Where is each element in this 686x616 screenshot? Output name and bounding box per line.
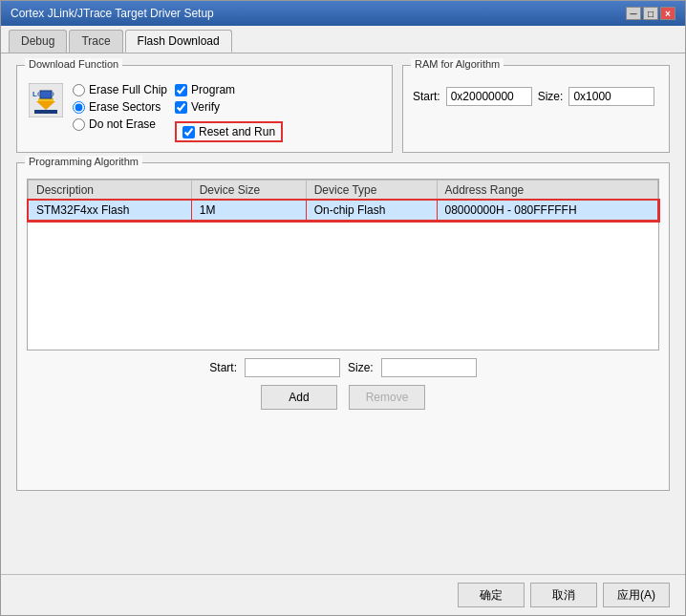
svg-rect-5 — [40, 91, 52, 98]
ram-row: Start: Size: — [413, 87, 659, 106]
col-address-range: Address Range — [437, 181, 657, 201]
download-function-legend: Download Function — [25, 58, 122, 70]
col-device-type: Device Type — [306, 181, 437, 201]
ram-size-input[interactable] — [568, 87, 654, 106]
main-window: Cortex JLink/JTrace Target Driver Setup … — [0, 0, 686, 616]
title-bar-buttons: ─ □ × — [626, 7, 675, 20]
close-button[interactable]: × — [660, 7, 675, 20]
size-label: Size: — [348, 361, 374, 374]
checkbox-reset-run[interactable]: Reset and Run — [182, 125, 275, 138]
ram-algorithm-panel: RAM for Algorithm Start: Size: — [402, 65, 670, 153]
prog-table-container: Description Device Size Device Type Addr… — [27, 179, 659, 350]
checkbox-program-label: Program — [191, 83, 235, 96]
checkbox-verify[interactable]: Verify — [175, 100, 283, 114]
df-inner: LOAD — [27, 81, 382, 142]
table-header-row: Description Device Size Device Type Addr… — [29, 181, 658, 201]
radio-do-not-erase-label: Do not Erase — [89, 117, 156, 131]
remove-button[interactable]: Remove — [349, 385, 425, 410]
cell-description: STM32F4xx Flash — [29, 201, 192, 221]
checkbox-program-input[interactable] — [175, 84, 187, 96]
cell-device-type: On-chip Flash — [306, 201, 437, 221]
radio-erase-full-chip[interactable]: Erase Full Chip — [73, 83, 167, 96]
cell-device-size: 1M — [191, 201, 306, 221]
title-bar: Cortex JLink/JTrace Target Driver Setup … — [1, 1, 685, 26]
radio-do-not-erase-input[interactable] — [73, 118, 85, 131]
tab-bar: Debug Trace Flash Download — [1, 26, 685, 53]
maximize-button[interactable]: □ — [643, 7, 658, 20]
apply-button[interactable]: 应用(A) — [603, 583, 670, 607]
col-description: Description — [29, 181, 192, 201]
download-function-panel: Download Function LOAD — [16, 65, 393, 153]
ok-button[interactable]: 确定 — [458, 583, 525, 607]
ram-start-input[interactable] — [446, 87, 532, 106]
window-title: Cortex JLink/JTrace Target Driver Setup — [11, 7, 214, 20]
program-verify-group: Program Verify Reset and Run — [175, 83, 283, 142]
checkbox-reset-run-label: Reset and Run — [199, 125, 275, 138]
tab-flash-download[interactable]: Flash Download — [125, 30, 232, 53]
footer: 确定 取消 应用(A) — [1, 574, 685, 615]
tab-trace[interactable]: Trace — [69, 30, 122, 53]
svg-rect-4 — [34, 110, 57, 114]
ram-size-label: Size: — [538, 90, 564, 103]
minimize-button[interactable]: ─ — [626, 7, 641, 20]
programming-algorithm-legend: Programming Algorithm — [25, 156, 142, 167]
size-input[interactable] — [381, 358, 477, 377]
cell-address-range: 08000000H - 080FFFFFH — [437, 201, 657, 221]
table-row[interactable]: STM32F4xx Flash 1M On-chip Flash 0800000… — [29, 201, 658, 221]
start-label: Start: — [209, 361, 237, 374]
add-button[interactable]: Add — [261, 385, 337, 410]
checkbox-reset-run-input[interactable] — [182, 126, 195, 138]
prog-table: Description Device Size Device Type Addr… — [28, 180, 658, 221]
spacer — [16, 500, 670, 563]
ram-algorithm-legend: RAM for Algorithm — [411, 58, 504, 70]
cancel-button[interactable]: 取消 — [530, 583, 597, 607]
radio-erase-full-chip-label: Erase Full Chip — [89, 83, 167, 96]
radio-do-not-erase[interactable]: Do not Erase — [73, 117, 167, 131]
ram-start-label: Start: — [413, 90, 440, 103]
main-content: Download Function LOAD — [1, 53, 685, 574]
load-icon-container: LOAD — [27, 81, 65, 119]
col-device-size: Device Size — [191, 181, 306, 201]
checkbox-verify-input[interactable] — [175, 101, 187, 114]
radio-erase-sectors[interactable]: Erase Sectors — [73, 100, 167, 114]
radio-erase-sectors-label: Erase Sectors — [89, 100, 161, 114]
checkbox-verify-label: Verify — [191, 100, 220, 114]
start-input[interactable] — [245, 358, 340, 377]
start-size-row: Start: Size: — [27, 358, 659, 377]
radio-erase-full-chip-input[interactable] — [73, 84, 85, 96]
radio-erase-sectors-input[interactable] — [73, 101, 85, 114]
checkbox-program[interactable]: Program — [175, 83, 283, 96]
load-icon: LOAD — [29, 83, 63, 117]
top-panels: Download Function LOAD — [16, 65, 670, 153]
erase-radio-group: Erase Full Chip Erase Sectors Do not Era… — [73, 83, 167, 131]
reset-run-highlight: Reset and Run — [175, 121, 283, 142]
add-remove-button-row: Add Remove — [27, 385, 659, 410]
programming-algorithm-panel: Programming Algorithm Description Device… — [16, 162, 670, 491]
tab-debug[interactable]: Debug — [9, 30, 67, 53]
